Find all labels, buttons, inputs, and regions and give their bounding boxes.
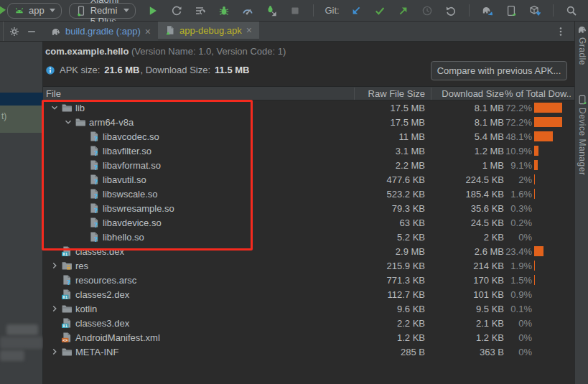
- column-separator: [431, 88, 431, 100]
- table-row[interactable]: res215.9 KB214 KB1.9%: [43, 258, 574, 273]
- table-row[interactable]: AndroidManifest.xml1.2 KB1.2 KB0%: [43, 330, 574, 345]
- apply-code-changes-button[interactable]: [193, 4, 207, 18]
- table-row[interactable]: classes3.dex2.2 KB2.1 KB0%: [43, 316, 574, 330]
- percent-bar: [534, 131, 553, 141]
- tab-label: build.gradle (:app): [65, 26, 141, 37]
- device-manager-button[interactable]: [504, 4, 518, 18]
- file-name: META-INF: [75, 347, 118, 357]
- download-size: 363 B: [480, 347, 504, 357]
- percent-bar: [534, 174, 535, 184]
- unknown-file-icon: [88, 174, 101, 185]
- dex-file-icon: [61, 289, 74, 300]
- build-icon[interactable]: [0, 5, 6, 16]
- table-row[interactable]: libhello.so5.2 KB2 KB0%: [43, 230, 574, 244]
- percent-of-total: 2%: [518, 174, 532, 185]
- table-row[interactable]: kotlin9.6 KB9.5 KB0.1%: [43, 301, 574, 316]
- table-row[interactable]: libavcodec.so11 MB5.4 MB48.1%: [43, 129, 574, 144]
- unknown-file-icon: [61, 274, 74, 286]
- close-icon[interactable]: ×: [246, 25, 252, 35]
- column-header-download-size[interactable]: Download Size: [442, 88, 504, 99]
- tool-tab-device-manager[interactable]: Device Manager: [575, 95, 588, 175]
- percent-of-total: 0.2%: [510, 217, 532, 228]
- project-panel-header: [3, 22, 44, 41]
- run-configuration-select[interactable]: app: [7, 3, 62, 19]
- percent-of-total: 10.9%: [505, 146, 532, 156]
- table-row[interactable]: META-INF285 B363 B0%: [43, 345, 574, 359]
- right-tool-strip: Gradle Device Manager: [574, 22, 588, 384]
- table-row[interactable]: libswresample.so79.3 KB35.6 KB0.3%: [43, 201, 574, 215]
- git-commit-button[interactable]: [373, 4, 387, 18]
- attach-debugger-button[interactable]: [264, 4, 279, 18]
- sdk-manager-button[interactable]: [528, 4, 542, 18]
- raw-file-size: 523.2 KB: [387, 189, 426, 200]
- table-row[interactable]: libavutil.so477.6 KB224.5 KB2%: [43, 172, 574, 187]
- tree-cell: classes3.dex: [43, 316, 129, 330]
- tree-cell: libavdevice.so: [43, 215, 162, 230]
- table-row[interactable]: classes2.dex112.7 KB101 KB0.9%: [43, 287, 574, 301]
- table-row[interactable]: libswscale.so523.2 KB185.4 KB1.6%: [43, 187, 574, 201]
- file-name: resources.arsc: [75, 275, 136, 286]
- download-size: 8.1 MB: [475, 103, 504, 113]
- chevron-spacer: [75, 131, 88, 142]
- apply-changes-button[interactable]: [169, 4, 184, 18]
- project-selected-row[interactable]: [0, 93, 43, 106]
- table-row[interactable]: libavformat.so2.2 MB1 MB9.1%: [43, 158, 574, 172]
- history-button[interactable]: [420, 4, 434, 18]
- table-row[interactable]: lib17.5 MB8.1 MB72.2%: [43, 100, 574, 115]
- download-size: 1 MB: [482, 160, 504, 171]
- editor-options-menu[interactable]: [555, 22, 566, 41]
- search-everywhere-button[interactable]: [564, 4, 579, 18]
- chevron-spacer: [75, 217, 88, 228]
- git-push-button[interactable]: [396, 4, 411, 18]
- table-row[interactable]: arm64-v8a17.5 MB8.1 MB72.2%: [43, 115, 574, 129]
- column-header-percent[interactable]: % of Total Dow...: [505, 88, 571, 99]
- blurred-content: [0, 337, 43, 349]
- tab-app-debug-apk[interactable]: app-debug.apk ×: [158, 22, 259, 41]
- rollback-button[interactable]: [444, 4, 458, 18]
- chevron-spacer: [47, 317, 61, 329]
- raw-file-size: 285 B: [401, 347, 425, 357]
- percent-of-total: 1.9%: [510, 261, 532, 271]
- chevron-spacer: [75, 159, 88, 171]
- chevron-down-icon[interactable]: [47, 102, 61, 113]
- git-update-button[interactable]: [349, 4, 363, 18]
- percent-bar: [534, 246, 543, 256]
- chevron-right-icon[interactable]: [47, 346, 61, 357]
- android-studio-window: app Xiaomi Redmi 5 Plus Git:: [0, 0, 588, 384]
- raw-file-size: 2.9 MB: [396, 246, 425, 257]
- percent-bar: [534, 160, 538, 170]
- file-name: libavdevice.so: [103, 217, 162, 228]
- table-row[interactable]: libavdevice.so63 KB24.5 KB0.2%: [43, 215, 574, 230]
- column-header-raw-size[interactable]: Raw File Size: [368, 88, 425, 99]
- download-size: 2.6 MB: [475, 246, 504, 257]
- chevron-right-icon[interactable]: [47, 303, 61, 314]
- apk-size-value: 21.6 MB: [104, 65, 139, 75]
- profiler-button[interactable]: [241, 4, 255, 18]
- folder-icon: [75, 116, 88, 128]
- device-select[interactable]: Xiaomi Redmi 5 Plus: [69, 3, 136, 19]
- gradle-sync-button[interactable]: [480, 4, 495, 18]
- close-icon[interactable]: ×: [145, 27, 151, 37]
- chevron-down-icon[interactable]: [61, 116, 75, 128]
- panel-settings-icon[interactable]: [9, 27, 19, 37]
- debug-button[interactable]: [217, 4, 231, 18]
- tool-tab-gradle[interactable]: Gradle: [575, 24, 588, 65]
- table-row[interactable]: libavfilter.so3.1 MB1.2 MB10.9%: [43, 144, 574, 158]
- tab-build-gradle[interactable]: build.gradle (:app) ×: [44, 22, 158, 41]
- stop-button[interactable]: [288, 4, 302, 18]
- raw-file-size: 63 KB: [400, 217, 425, 228]
- run-button[interactable]: [146, 4, 160, 18]
- compare-apk-button[interactable]: Compare with previous APK...: [431, 61, 567, 80]
- table-row[interactable]: resources.arsc771.3 KB170 KB1.5%: [43, 273, 574, 287]
- column-header-file[interactable]: File: [46, 88, 61, 99]
- download-size: 214 KB: [473, 261, 504, 271]
- hide-panel-icon[interactable]: [27, 27, 37, 37]
- tree-cell: kotlin: [43, 301, 97, 316]
- res-folder-icon: [61, 260, 74, 271]
- file-name: libswscale.so: [103, 189, 158, 200]
- percent-bar: [534, 146, 538, 156]
- percent-of-total: 48.1%: [505, 131, 532, 142]
- chevron-right-icon[interactable]: [47, 260, 61, 271]
- table-row[interactable]: classes.dex2.9 MB2.6 MB23.4%: [43, 244, 574, 258]
- download-size: 24.5 KB: [471, 217, 504, 228]
